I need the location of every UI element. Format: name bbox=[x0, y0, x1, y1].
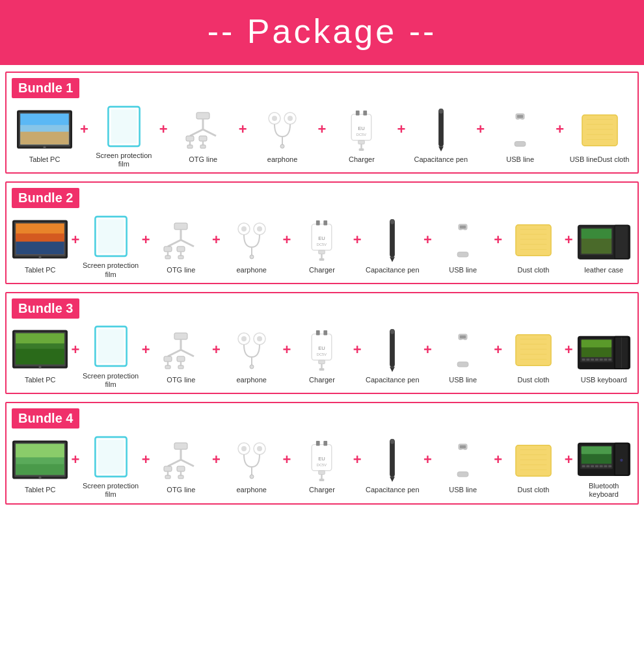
plus-separator: + bbox=[237, 121, 248, 138]
item-label-earphone: earphone bbox=[236, 486, 267, 495]
svg-rect-206 bbox=[582, 465, 585, 467]
svg-rect-211 bbox=[604, 465, 607, 467]
svg-rect-81 bbox=[460, 225, 466, 228]
plus-separator: + bbox=[141, 451, 152, 468]
svg-line-11 bbox=[203, 129, 216, 136]
item-label-earphone: earphone bbox=[236, 376, 267, 385]
svg-rect-121 bbox=[316, 330, 320, 336]
svg-rect-134 bbox=[457, 362, 468, 367]
svg-rect-164 bbox=[174, 443, 187, 449]
bundle-title-2: Bundle 2 bbox=[12, 188, 79, 208]
svg-rect-4 bbox=[20, 125, 69, 131]
svg-point-23 bbox=[280, 144, 284, 148]
svg-rect-149 bbox=[595, 359, 598, 361]
item-label-tablet: Tablet PC bbox=[25, 266, 56, 275]
svg-point-66 bbox=[257, 226, 262, 231]
bundle-item-earphone: earphone bbox=[248, 107, 317, 165]
svg-text:DC5V: DC5V bbox=[317, 353, 327, 357]
svg-rect-33 bbox=[439, 109, 443, 114]
svg-rect-185 bbox=[319, 471, 325, 475]
plus-separator: + bbox=[563, 451, 574, 468]
bundle-item-otg: OTG line bbox=[152, 218, 211, 275]
item-label-usb: USB line bbox=[449, 486, 477, 495]
svg-rect-210 bbox=[599, 465, 602, 467]
svg-rect-160 bbox=[16, 443, 64, 457]
bundle-item-otg: OTG line bbox=[169, 107, 237, 165]
svg-rect-148 bbox=[591, 359, 594, 361]
plus-separator: + bbox=[352, 451, 363, 468]
svg-rect-8 bbox=[196, 112, 209, 119]
item-image-cloth bbox=[504, 328, 563, 373]
svg-rect-83 bbox=[457, 252, 468, 256]
item-image-usbkb bbox=[574, 328, 633, 373]
bundle-item-pen: Capacitance pen bbox=[363, 328, 422, 385]
svg-rect-58 bbox=[177, 246, 185, 252]
item-image-film bbox=[81, 213, 140, 259]
svg-point-161 bbox=[39, 476, 42, 479]
bundle-item-charger: EU DC5V Charger bbox=[292, 328, 351, 385]
plus-separator: + bbox=[352, 231, 363, 248]
plus-separator: + bbox=[422, 451, 433, 468]
svg-text:EU: EU bbox=[319, 455, 326, 461]
item-image-otg bbox=[152, 328, 210, 373]
bundle-item-usb: USB line bbox=[486, 107, 554, 165]
item-image-film bbox=[94, 103, 153, 149]
page-title: -- Package -- bbox=[0, 12, 644, 51]
bundle-item-pen: Capacitance pen bbox=[363, 218, 422, 275]
svg-rect-17 bbox=[200, 145, 206, 148]
plus-separator: + bbox=[211, 451, 222, 468]
plus-separator: + bbox=[141, 341, 152, 358]
svg-rect-208 bbox=[591, 465, 594, 467]
item-label-cloth: USB lineDust cloth bbox=[570, 155, 630, 165]
item-image-charger: EU DC5V bbox=[332, 107, 391, 153]
plus-separator: + bbox=[422, 341, 433, 358]
svg-rect-122 bbox=[324, 330, 328, 336]
bundle-items-3: Tablet PC+ Screen protection film+ OTG l… bbox=[7, 319, 637, 393]
svg-rect-151 bbox=[604, 359, 607, 361]
svg-marker-34 bbox=[438, 146, 444, 152]
svg-rect-57 bbox=[164, 246, 172, 252]
svg-text:⎈: ⎈ bbox=[620, 456, 623, 462]
bundle-item-tablet: Tablet PC bbox=[10, 107, 79, 165]
svg-rect-76 bbox=[319, 258, 325, 261]
item-label-earphone: earphone bbox=[267, 155, 298, 165]
bundle-3: Bundle 3 Tablet PC+ Screen protection fi… bbox=[5, 292, 639, 394]
svg-point-64 bbox=[241, 226, 247, 231]
svg-marker-130 bbox=[390, 367, 395, 372]
item-image-earphone bbox=[222, 328, 281, 373]
svg-rect-93 bbox=[581, 229, 611, 239]
bundle-item-otg: OTG line bbox=[152, 328, 211, 385]
svg-rect-194 bbox=[457, 472, 468, 477]
item-image-charger: EU DC5V bbox=[293, 328, 351, 373]
plus-separator: + bbox=[352, 341, 363, 358]
item-label-cloth: Dust cloth bbox=[517, 266, 549, 275]
item-image-pen bbox=[363, 218, 422, 263]
plus-separator: + bbox=[492, 341, 503, 358]
item-label-otg: OTG line bbox=[167, 376, 195, 385]
svg-rect-103 bbox=[98, 330, 124, 363]
svg-rect-52 bbox=[98, 219, 124, 253]
svg-point-117 bbox=[257, 336, 262, 341]
item-label-usb: USB line bbox=[449, 376, 477, 385]
bundle-item-tablet: Tablet PC bbox=[10, 328, 70, 385]
item-image-cloth bbox=[504, 438, 563, 483]
svg-rect-74 bbox=[319, 250, 325, 254]
item-label-charger: Charger bbox=[309, 486, 335, 495]
plus-separator: + bbox=[492, 231, 503, 248]
svg-rect-109 bbox=[177, 356, 185, 362]
item-image-earphone bbox=[253, 107, 312, 153]
plus-separator: + bbox=[211, 341, 222, 358]
bundle-item-pen: Capacitance pen bbox=[407, 107, 475, 165]
svg-line-56 bbox=[181, 240, 194, 246]
bundle-items-1: Tablet PC+ Screen protection film+ OTG l… bbox=[7, 98, 637, 172]
svg-rect-129 bbox=[390, 329, 394, 334]
bundle-item-film: Screen protection film bbox=[81, 324, 140, 389]
bundle-item-otg: OTG line bbox=[152, 438, 211, 495]
svg-rect-168 bbox=[164, 466, 172, 471]
svg-text:DC5V: DC5V bbox=[317, 463, 327, 467]
svg-rect-172 bbox=[165, 475, 170, 479]
svg-rect-100 bbox=[16, 334, 64, 344]
svg-rect-95 bbox=[615, 226, 628, 258]
svg-rect-207 bbox=[586, 465, 589, 467]
svg-point-115 bbox=[241, 336, 247, 341]
